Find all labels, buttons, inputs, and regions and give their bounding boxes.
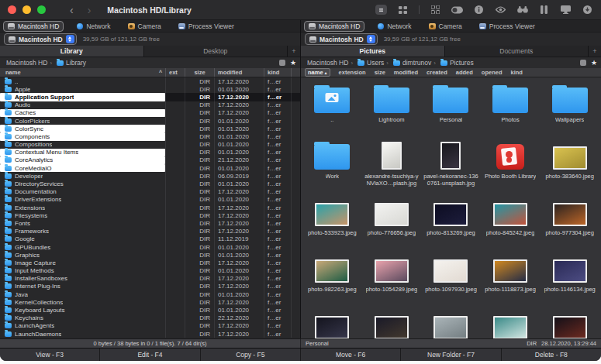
toggle-hidden-files-icon[interactable] <box>451 5 463 15</box>
column-size[interactable]: size <box>185 68 214 77</box>
grid-item[interactable] <box>481 305 541 338</box>
favorites-star-icon[interactable]: ★ <box>591 60 597 67</box>
file-row[interactable]: Apple DIR 01.01.2020 f…er <box>0 85 300 93</box>
column-header[interactable]: modified <box>394 69 418 76</box>
grid-item[interactable]: photo-1146134.jpeg <box>540 249 599 305</box>
grid-item[interactable] <box>362 305 422 338</box>
file-row[interactable]: Developer DIR 06.09.2019 f…er <box>0 172 300 180</box>
breadcrumb-segment[interactable]: › dimtrunov <box>384 59 431 67</box>
column-modified[interactable]: modified <box>214 68 264 77</box>
search-binoculars-icon[interactable] <box>516 5 528 15</box>
file-row[interactable]: Fonts DIR 17.12.2020 f…er <box>0 219 300 227</box>
device-tab[interactable]: Macintosh HD <box>3 21 64 32</box>
file-row[interactable]: CoreAnalytics DIR 21.12.2020 f…er <box>0 156 300 164</box>
device-tab[interactable]: Network <box>73 22 114 31</box>
file-row[interactable]: DriverExtensions DIR 01.01.2020 f…er <box>0 196 300 204</box>
function-key-button[interactable]: Copy - F5 <box>201 349 301 361</box>
grid-item[interactable] <box>302 305 362 338</box>
preview-eye-icon[interactable] <box>495 5 506 15</box>
add-tab-button[interactable]: + <box>589 46 601 57</box>
file-row[interactable]: Keychains DIR 22.12.2020 f…er <box>0 314 300 322</box>
file-row[interactable]: Image Capture DIR 17.12.2020 f…er <box>0 259 300 266</box>
file-row[interactable]: Documentation DIR 17.12.2020 f…er <box>0 188 300 196</box>
grid-item[interactable]: photo-845242.jpeg <box>481 192 541 249</box>
file-row[interactable]: .. DIR 17.12.2020 f…er <box>0 77 300 85</box>
grid-item[interactable]: photo-383640.jpeg <box>540 136 599 192</box>
thumbs-view-icon[interactable] <box>430 5 441 15</box>
drive-stepper-icon[interactable] <box>367 35 375 43</box>
file-row[interactable]: KernelCollections DIR 17.12.2020 f…er <box>0 298 300 306</box>
forward-icon[interactable]: › <box>88 5 92 15</box>
brief-view-icon[interactable] <box>397 5 409 15</box>
column-kind[interactable]: kind <box>264 68 291 77</box>
grid-item[interactable]: photo-1118873.jpeg <box>481 249 541 305</box>
device-tab[interactable]: Network <box>374 22 415 31</box>
grid-item[interactable]: alexandre-tsuchiya-yNViaXO…plash.jpg <box>362 136 422 192</box>
grid-item[interactable]: Photo Booth Library <box>481 136 541 192</box>
device-tab[interactable]: Macintosh HD <box>304 21 364 32</box>
info-icon[interactable] <box>473 5 485 15</box>
file-row[interactable]: Compositions DIR 01.01.2020 f…er <box>0 141 300 149</box>
file-row[interactable]: Google DIR 11.12.2019 f…er <box>0 235 300 243</box>
grid-item[interactable]: Work <box>302 136 362 192</box>
file-row[interactable]: Internet Plug-Ins DIR 17.12.2020 f…er <box>0 283 300 290</box>
file-row[interactable]: ColorPickers DIR 01.01.2020 f…er <box>0 117 300 125</box>
breadcrumb-segment[interactable]: › Users <box>348 59 384 67</box>
file-row[interactable]: Application Support DIR 17.12.2020 f…er <box>0 93 300 101</box>
device-tab[interactable]: Process Viewer <box>174 22 238 31</box>
grid-item[interactable]: Lightroom <box>362 79 422 136</box>
column-ext[interactable]: ext <box>165 68 185 77</box>
favorites-star-icon[interactable]: ★ <box>290 60 296 67</box>
zoom-button[interactable] <box>37 5 46 14</box>
column-header[interactable]: added <box>456 69 473 76</box>
grid-item[interactable] <box>421 305 481 338</box>
device-tab[interactable]: Process Viewer <box>475 22 539 31</box>
file-row[interactable]: LaunchAgents DIR 17.12.2020 f…er <box>0 322 300 330</box>
grid-item[interactable]: photo-982263.jpeg <box>302 249 362 305</box>
breadcrumb-segment[interactable]: › Macintosh HD <box>4 59 47 67</box>
pane-view-icon[interactable] <box>279 60 285 66</box>
function-key-button[interactable]: View - F3 <box>0 349 100 361</box>
device-tab[interactable]: Camera <box>124 22 165 31</box>
left-drive-selector[interactable]: Macintosh HD <box>4 33 77 45</box>
file-row[interactable]: Input Methods DIR 01.01.2020 f…er <box>0 267 300 275</box>
close-button[interactable] <box>8 5 16 14</box>
grid-item[interactable] <box>540 305 599 338</box>
display-icon[interactable] <box>560 5 572 15</box>
grid-item[interactable]: Photos <box>481 79 541 136</box>
file-row[interactable]: Components DIR 01.01.2020 f…er <box>0 132 300 140</box>
grid-item[interactable]: photo-1097930.jpeg <box>421 249 481 305</box>
grid-item[interactable]: photo-813269.jpeg <box>421 192 481 249</box>
breadcrumb-segment[interactable]: › Pictures <box>431 59 473 67</box>
grid-item[interactable]: Wallpapers <box>540 79 599 136</box>
file-row[interactable]: Filesystems DIR 17.12.2020 f…er <box>0 211 300 219</box>
function-key-button[interactable]: New Folder - F7 <box>401 349 501 361</box>
file-row[interactable]: Frameworks DIR 17.12.2020 f…er <box>0 228 300 235</box>
folder-tab[interactable]: Desktop <box>144 46 288 57</box>
folder-tab[interactable]: Pictures <box>301 46 445 57</box>
grid-item[interactable]: Personal <box>421 79 481 136</box>
grid-item[interactable]: photo-1054289.jpeg <box>362 249 422 305</box>
column-header[interactable]: name ▴ <box>305 68 330 77</box>
grid-item[interactable]: .. <box>302 79 362 136</box>
file-row[interactable]: Graphics DIR 01.01.2020 f…er <box>0 251 300 259</box>
back-icon[interactable]: ‹ <box>70 5 74 15</box>
function-key-button[interactable]: Move - F6 <box>301 349 401 361</box>
folder-tab[interactable]: Library <box>0 46 144 57</box>
file-row[interactable]: Caches DIR 17.12.2020 f…er <box>0 109 300 117</box>
column-header[interactable]: kind <box>511 69 523 76</box>
file-row[interactable]: DirectoryServices DIR 01.01.2020 f…er <box>0 180 300 187</box>
column-header[interactable]: size <box>375 69 385 76</box>
file-row[interactable]: CoreMediaIO DIR 01.01.2020 f…er <box>0 164 300 172</box>
dual-pane-icon[interactable] <box>538 5 550 15</box>
file-row[interactable]: Audio DIR 17.12.2020 f…er <box>0 101 300 109</box>
grid-item[interactable]: photo-533923.jpeg <box>302 192 362 249</box>
file-row[interactable]: InstallerSandboxes DIR 17.12.2020 f…er <box>0 275 300 283</box>
minimize-button[interactable] <box>22 5 31 14</box>
column-header[interactable]: opened <box>482 69 503 76</box>
breadcrumb-segment[interactable]: › Library <box>47 59 86 67</box>
folder-tab[interactable]: Documents <box>445 46 589 57</box>
file-row[interactable]: GPUBundles DIR 01.01.2020 f…er <box>0 243 300 251</box>
file-row[interactable]: Extensions DIR 17.12.2020 f…er <box>0 204 300 211</box>
file-row[interactable]: ColorSync DIR 01.01.2020 f…er <box>0 125 300 132</box>
